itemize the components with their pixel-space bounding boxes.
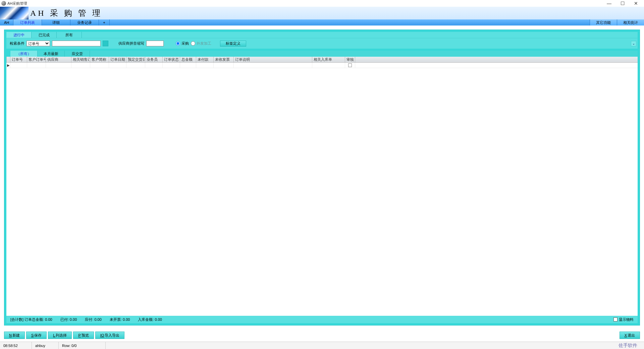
radio-purchase[interactable]: 采购 [176, 41, 189, 46]
col-supplier[interactable]: 供应商 [46, 57, 71, 62]
close-button[interactable]: ✕ [629, 0, 643, 7]
maximize-button[interactable]: ☐ [616, 0, 629, 7]
col-unpaid[interactable]: 未付款 [196, 57, 214, 62]
grid-header: 订单号 客户订单号 供应商 相关销售订 客户简称 订单日期 预定交货日 业务员 … [6, 57, 638, 63]
radio-purchase-input[interactable] [176, 41, 180, 46]
supplier-label: 供应商拼音缩写 [118, 41, 144, 46]
app-title: AH 采 购 管 理 [30, 8, 102, 18]
status-brand: 佐手软件 [612, 343, 644, 349]
radio-outsource[interactable]: 外发加工 [191, 41, 211, 46]
status-bar: 08:58:52 ahbuy Row: 0/0 佐手软件 [0, 342, 644, 349]
col-cust-order-no[interactable]: 客户订单号 [27, 57, 46, 62]
col-cust-short[interactable]: 客户简称 [90, 57, 109, 62]
col-order-no[interactable]: 订单号 [10, 57, 27, 62]
save-button[interactable]: S保存 [26, 332, 47, 339]
col-due-date[interactable]: 预定交货日 [126, 57, 145, 62]
filter-field-select[interactable]: 订单号 [26, 41, 50, 46]
expand-filter-button[interactable]: ⌄ [631, 41, 636, 46]
table-row[interactable]: ▶ [6, 63, 638, 68]
audit-checkbox[interactable] [348, 63, 352, 67]
summary-due: 应付: 0.00 [85, 317, 102, 322]
chevron-down-icon: ⌄ [632, 42, 635, 45]
col-desc[interactable]: 订单说明 [234, 57, 312, 62]
subtab-in-progress[interactable]: 进行中 [6, 32, 32, 38]
filter-input[interactable] [52, 41, 101, 46]
titlebar: AH采购管理 — ☐ ✕ [0, 0, 644, 7]
filter-tabs: （所有） 本月最新 应交货 [6, 51, 638, 57]
show-material-checkbox[interactable] [613, 317, 618, 321]
tab-order-list[interactable]: 订单列表 [13, 19, 42, 26]
minimize-button[interactable]: — [602, 0, 616, 7]
col-status[interactable]: 订单状态 [163, 57, 180, 62]
column-select-button[interactable]: L列选择 [48, 332, 72, 339]
tab-related-stats[interactable]: 相关统计 [617, 19, 644, 26]
col-uninvoiced[interactable]: 未收发票 [214, 57, 234, 62]
app-icon [1, 1, 6, 6]
data-grid[interactable]: 订单号 客户订单号 供应商 相关销售订 客户简称 订单日期 预定交货日 业务员 … [6, 57, 638, 316]
summary-stockin: 入库金额: 0.00 [138, 317, 162, 322]
col-total[interactable]: 总金额 [180, 57, 196, 62]
new-button[interactable]: N新建 [4, 332, 25, 339]
action-bar: N新建 S保存 L列选择 P预览 IO导入导出 X退出 [4, 331, 640, 340]
col-related-stock-in[interactable]: 相关入库单 [312, 57, 345, 62]
col-sales-rep[interactable]: 业务员 [145, 57, 163, 62]
exit-button[interactable]: X退出 [620, 332, 640, 339]
subtab-all[interactable]: 所有 [57, 32, 82, 38]
col-audit[interactable]: 审核 [345, 57, 355, 62]
supplier-input[interactable] [146, 41, 164, 46]
col-selector[interactable] [6, 57, 10, 62]
tab-other-functions[interactable]: 其它功能 [590, 19, 617, 26]
col-order-date[interactable]: 订单日期 [109, 57, 126, 62]
tab-business-log[interactable]: 业务记录 [70, 19, 99, 26]
col-related-sales[interactable]: 相关销售订 [71, 57, 90, 62]
tab-detail[interactable]: 详细 [42, 19, 70, 26]
filter-label: 检索条件 [10, 41, 24, 46]
summary-prefix: [合计数] 订单总金额: 0.00 [10, 317, 52, 322]
status-row: Row: 0/0 [59, 342, 106, 349]
subtab-completed[interactable]: 已完成 [32, 32, 57, 38]
tab-add[interactable]: + [99, 19, 109, 26]
filtertab-due[interactable]: 应交货 [65, 51, 90, 57]
radio-outsource-input[interactable] [191, 41, 195, 46]
main-panel: 进行中 已完成 所有 检索条件 订单号 供应商拼音缩写 采购 外发加工 [4, 30, 640, 326]
main-tab-bar: AH 订单列表 详细 业务记录 + 其它功能 相关统计 [0, 19, 644, 26]
summary-paid: 已付: 0.00 [60, 317, 77, 322]
show-material-label: 显示物料 [619, 317, 634, 322]
tab-ah[interactable]: AH [0, 19, 13, 26]
summary-bar: [合计数] 订单总金额: 0.00 已付: 0.00 应付: 0.00 未开票:… [6, 316, 638, 323]
filter-bar: 检索条件 订单号 供应商拼音缩写 采购 外发加工 标签定义 ⌄ [6, 38, 638, 49]
window-title: AH采购管理 [7, 1, 602, 6]
row-indicator-icon: ▶ [6, 63, 10, 68]
banner: AH 采 购 管 理 [0, 7, 644, 19]
status-user: ahbuy [32, 342, 59, 349]
status-time: 08:58:52 [0, 342, 32, 349]
status-tabs: 进行中 已完成 所有 [6, 32, 638, 38]
filter-search-button[interactable] [103, 41, 108, 46]
filtertab-all[interactable]: （所有） [10, 51, 38, 57]
preview-button[interactable]: P预览 [73, 332, 94, 339]
filtertab-month-latest[interactable]: 本月最新 [38, 51, 65, 57]
grid-wrap: （所有） 本月最新 应交货 订单号 客户订单号 供应商 相关销售订 客户简称 订… [6, 51, 638, 323]
banner-decoration [0, 7, 29, 19]
summary-uninvoiced: 未开票: 0.00 [110, 317, 130, 322]
tag-define-button[interactable]: 标签定义 [220, 41, 246, 47]
import-export-button[interactable]: IO导入导出 [95, 332, 125, 339]
